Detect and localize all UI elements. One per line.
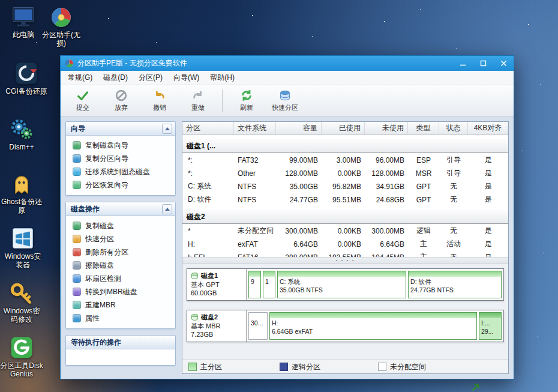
toolbar-quick-partition-button[interactable]: 快速分区 [266, 86, 304, 115]
desktop-icon-cgi-backup[interactable]: CGI备份还原 [5, 60, 48, 96]
table-row[interactable]: *未分配空间300.00MB0.00KB300.00MB逻辑无是 [182, 225, 508, 237]
table-row[interactable]: *:Other128.00MB0.00KB128.00MBMSR引导是 [182, 167, 508, 179]
desktop-icon-label: CGI备份还原 [5, 88, 47, 96]
minimize-button[interactable] [452, 56, 473, 71]
column-header[interactable]: 状态 [439, 122, 468, 134]
bad-sector-check-icon [73, 274, 81, 283]
partition-band [249, 313, 267, 318]
column-header[interactable]: 类型 [408, 122, 439, 134]
sidebar-item[interactable]: 删除所有分区 [66, 246, 175, 259]
disk-label[interactable]: 磁盘2基本 MBR7.23GB [187, 310, 247, 342]
disk-group-label: 磁盘1 (... [187, 141, 215, 151]
table-cell: 是 [468, 194, 508, 205]
table-row[interactable]: C: 系统NTFS35.00GB95.82MB34.91GBGPT无是 [182, 180, 508, 193]
maximize-button[interactable] [473, 56, 493, 71]
partition-block[interactable]: 1 [263, 271, 275, 298]
table-cell: 引导 [439, 155, 468, 165]
desktop-icon-windows-password[interactable]: Windows密码修改 [0, 280, 43, 324]
column-header[interactable]: 容量 [276, 122, 322, 134]
column-header[interactable]: 4KB对齐 [468, 122, 508, 134]
column-header[interactable]: 文件系统 [234, 122, 276, 134]
desktop-icon-diskgenius[interactable]: 分区工具DiskGenius [0, 334, 43, 379]
legend-label: 未分配空间 [390, 362, 426, 372]
table-cell: 99.00MB [276, 156, 322, 164]
partition-label: 30... [251, 319, 265, 328]
toolbar-redo-button[interactable]: 重做 [179, 86, 217, 115]
table-cell: 是 [468, 252, 508, 257]
disk-label[interactable]: 磁盘1基本 GPT60.00GB [187, 269, 247, 300]
titlebar[interactable]: 分区助手PE版 - 无损分区免费软件 [61, 56, 514, 71]
partition-sublabel: 35.00GB NTFS [280, 286, 404, 295]
table-cell: 引导 [439, 168, 468, 178]
table-cell: exFAT [234, 240, 276, 249]
menu-item[interactable]: 帮助(H) [205, 71, 240, 85]
partition-block[interactable]: D: 软件24.77GB NTFS [408, 271, 502, 298]
desktop-icon-label: 此电脑 [13, 31, 34, 40]
collapse-up-icon[interactable] [162, 124, 172, 134]
menu-item[interactable]: 常规(G) [62, 71, 98, 85]
table-cell: Other [234, 169, 276, 178]
disk-map-row: 磁盘1基本 GPT60.00GB91C: 系统35.00GB NTFSD: 软件… [187, 268, 504, 301]
disk-name-text: 磁盘1 [201, 271, 218, 280]
pending-operations-panel-header[interactable]: 等待执行的操作 [66, 336, 175, 349]
partition-recovery-icon [73, 181, 81, 189]
wizard-panel-header[interactable]: 向导 [66, 122, 175, 136]
disk-operations-panel-header[interactable]: 磁盘操作 [66, 202, 175, 216]
table-cell: 未分配空间 [234, 226, 276, 236]
key-icon [8, 280, 35, 306]
column-header[interactable]: 未使用 [365, 122, 408, 134]
desktop-icon-this-pc[interactable]: 此电脑 [2, 4, 45, 40]
menu-item[interactable]: 分区(P) [133, 71, 168, 85]
disk-group-row[interactable]: 磁盘1 (... [182, 139, 508, 153]
table-cell: 6.64GB [365, 240, 408, 249]
sidebar-item[interactable]: 转换到MBR磁盘 [66, 285, 175, 298]
desktop-icon-ghost-backup[interactable]: Ghost备份还原 [0, 170, 43, 215]
sidebar-item[interactable]: 分区恢复向导 [66, 178, 175, 191]
sidebar-item[interactable]: 复制分区向导 [66, 152, 175, 165]
table-row[interactable]: *:FAT3299.00MB3.00MB96.00MBESP引导是 [182, 154, 508, 166]
table-cell: 128.00MB [276, 169, 322, 178]
sidebar-item[interactable]: 属性 [66, 312, 175, 325]
sidebar-item[interactable]: 复制磁盘向导 [66, 139, 175, 152]
column-header[interactable]: 分区 [182, 122, 234, 134]
toolbar-discard-button[interactable]: 放弃 [103, 86, 140, 115]
toolbar-refresh-button[interactable]: 刷新 [228, 86, 265, 115]
table-row[interactable]: H:exFAT6.64GB0.00KB6.64GB主活动是 [182, 238, 508, 250]
table-row[interactable]: I: EFIFAT16298.00MB193.55MB104.45MB主无是 [182, 251, 508, 257]
sidebar-item[interactable]: 坏扇区检测 [66, 272, 175, 285]
desktop-icon-partition-assistant[interactable]: 分区助手(无损) [40, 4, 83, 48]
close-button[interactable] [493, 56, 514, 71]
menu-item[interactable]: 磁盘(D) [98, 71, 133, 85]
desktop-icon-label: 分区工具DiskGenius [0, 362, 43, 379]
desktop-icon-windows-installer[interactable]: Windows安装器 [1, 225, 44, 270]
partition-block[interactable]: I:...29... [479, 312, 502, 340]
sidebar-item[interactable]: 迁移系统到固态磁盘 [66, 165, 175, 178]
collapse-up-icon[interactable] [162, 204, 172, 214]
menu-item[interactable]: 向导(W) [168, 71, 205, 85]
toolbar: 提交放弃撤销重做刷新快速分区 [61, 85, 514, 116]
disk-group-row[interactable]: 磁盘2 [182, 210, 508, 224]
toolbar-undo-button[interactable]: 撤销 [141, 86, 178, 115]
sidebar-item[interactable]: 重建MBR [66, 298, 175, 312]
sidebar-item[interactable]: 复制磁盘 [66, 219, 175, 232]
table-cell: 无 [439, 181, 468, 191]
partition-block[interactable]: 9 [248, 271, 261, 298]
partition-block[interactable]: 30... [248, 312, 268, 340]
sidebar-item[interactable]: 快速分区 [66, 232, 175, 246]
sidebar-item-label: 坏扇区检测 [85, 274, 121, 284]
sidebar-item[interactable]: 擦除磁盘 [66, 259, 175, 272]
splitter-handle[interactable] [182, 257, 508, 264]
column-header[interactable]: 已使用 [322, 122, 365, 134]
legend-swatch-logical [280, 363, 288, 371]
partition-block[interactable]: H:6.64GB exFAT [269, 312, 477, 340]
table-row[interactable]: D: 软件NTFS24.77GB95.51MB24.68GBGPT无是 [182, 193, 508, 206]
wipe-disk-icon [73, 261, 81, 270]
partition-block[interactable]: C: 系统35.00GB NTFS [277, 271, 406, 298]
desktop-icon-dism[interactable]: Dism++ [0, 116, 43, 152]
refresh-icon [240, 89, 253, 102]
toolbar-commit-button[interactable]: 提交 [64, 86, 101, 115]
table-cell: 是 [468, 155, 508, 165]
table-cell: 主 [408, 239, 439, 249]
maximize-icon [480, 60, 487, 67]
diskgenius-icon [8, 334, 35, 361]
